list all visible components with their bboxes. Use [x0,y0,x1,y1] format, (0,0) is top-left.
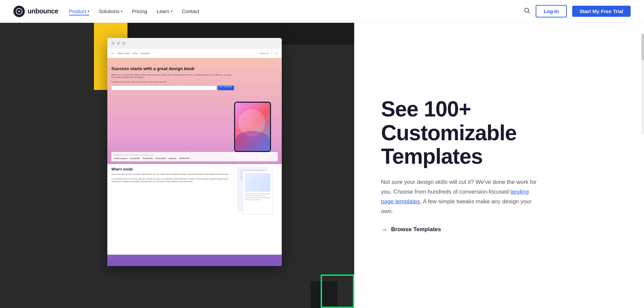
nav-link-pricing[interactable]: Pricing [132,7,147,15]
logo-text: unbounce [28,7,58,15]
trial-button[interactable]: Start My Free Trial [572,6,631,17]
lp-bottom-text: What's inside Lorem ipsum dolor sit amet… [111,167,233,251]
nav-left: unbounce Product ▾ Solutions ▾ Pricing L… [13,6,199,17]
lp-nav-right: Share On: f t in [260,52,278,54]
lp-hero-sub: Available in three formats. Enter your e… [111,81,234,83]
green-accent-border [321,274,354,308]
doc-page-2 [243,171,273,214]
lp-hero-body: Morbi leo risus, iaculis et erat. Intege… [111,74,234,79]
browse-arrow-icon: → [381,226,388,234]
lp-bottom: What's inside Lorem ipsum dolor sit amet… [107,164,282,255]
browser-dot-1 [111,42,115,45]
tablet-mockup [234,102,271,152]
tablet-screen [235,103,270,151]
scrollbar-thumb[interactable] [641,34,644,60]
lp-form: GET THE BOOK [111,86,234,90]
browser-toolbar [107,38,282,49]
navbar: unbounce Product ▾ Solutions ▾ Pricing L… [0,0,644,23]
lp-logo-3: StoneFully [143,157,153,159]
doc-pages [237,167,274,221]
lp-hero-title: Success starts with a great design book [111,66,234,72]
lp-nav-left: ◎ What's Inside Author Download [111,52,150,55]
lp-share-label: Share On: [260,52,269,54]
logo[interactable]: unbounce [13,6,58,17]
lp-bottom-image [237,167,278,251]
doc-line-c [245,197,270,198]
left-panel: ◎ What's Inside Author Download Share On… [0,23,354,308]
lp-logo-5: lifebook [169,157,176,159]
nav-link-product[interactable]: Product ▾ [69,7,90,15]
lp-logos-title: BRANDS & PUBLICATIONS FEATURED ON [114,154,275,156]
search-icon[interactable] [524,7,530,15]
lp-nav-bar: ◎ What's Inside Author Download Share On… [107,49,282,58]
lp-logo-4: PocketBull [156,157,166,159]
lp-logos-row: FastCompany SocialKillr StoneFully Pocke… [114,157,275,159]
nav-right: Log In Start My Free Trial [524,5,631,17]
right-content: See 100+ Customizable Templates Not sure… [381,97,542,234]
lp-preview: ◎ What's Inside Author Download Share On… [107,49,282,266]
learn-chevron-icon: ▾ [171,9,172,13]
doc-line-a [245,193,270,194]
tablet-wave-shape [235,131,270,151]
browser-mockup: ◎ What's Inside Author Download Share On… [107,38,282,266]
doc-line-b [245,195,265,196]
page-title: See 100+ Customizable Templates [381,97,542,168]
lp-logos-bar: BRANDS & PUBLICATIONS FEATURED ON FastCo… [111,152,278,161]
browser-dot-2 [117,42,120,45]
scrollbar[interactable] [641,34,644,134]
lp-share-fb: f [271,52,272,54]
lp-nav-item-1: What's Inside [117,52,129,54]
lp-hero: Success starts with a great design book … [107,58,282,152]
right-panel: See 100+ Customizable Templates Not sure… [354,23,644,308]
browse-templates-link[interactable]: → Browse Templates [381,226,542,234]
main-content: ◎ What's Inside Author Download Share On… [0,23,644,308]
lp-share-tw: t [274,52,274,54]
lp-hero-text: Success starts with a great design book … [111,61,234,152]
browser-dot-3 [122,42,125,45]
nav-link-contact[interactable]: Contact [182,7,199,15]
lp-bottom-body: Lorem ipsum dolor sit amet, consectetur … [111,173,233,183]
logo-icon [13,6,25,17]
nav-link-learn[interactable]: Learn ▾ [157,7,172,15]
lp-bottom-title: What's inside [111,167,233,171]
lp-logo-2: SocialKillr [130,157,140,159]
svg-line-2 [528,12,530,13]
lp-nav-item-2: Author [132,52,138,54]
nav-links: Product ▾ Solutions ▾ Pricing Learn ▾ Co… [69,7,199,15]
hero-body-text: Not sure your design skills will cut it?… [381,177,542,216]
product-chevron-icon: ▾ [88,9,89,13]
lp-nav-item-3: Download [141,52,150,54]
lp-logo-icon: ◎ [111,52,113,55]
lp-logo-1: FastCompany [114,157,127,159]
browse-templates-label: Browse Templates [391,226,441,233]
nav-link-solutions[interactable]: Solutions ▾ [99,7,122,15]
svg-point-1 [525,8,529,12]
login-button[interactable]: Log In [536,5,567,17]
lp-form-input [111,86,216,90]
lp-logo-6: JAVASTAR [179,157,190,159]
lp-form-btn: GET THE BOOK [218,86,234,90]
lp-share-ln: in [276,52,278,54]
doc-line-d [245,199,260,200]
solutions-chevron-icon: ▾ [121,9,122,13]
lp-hero-image [234,61,278,152]
